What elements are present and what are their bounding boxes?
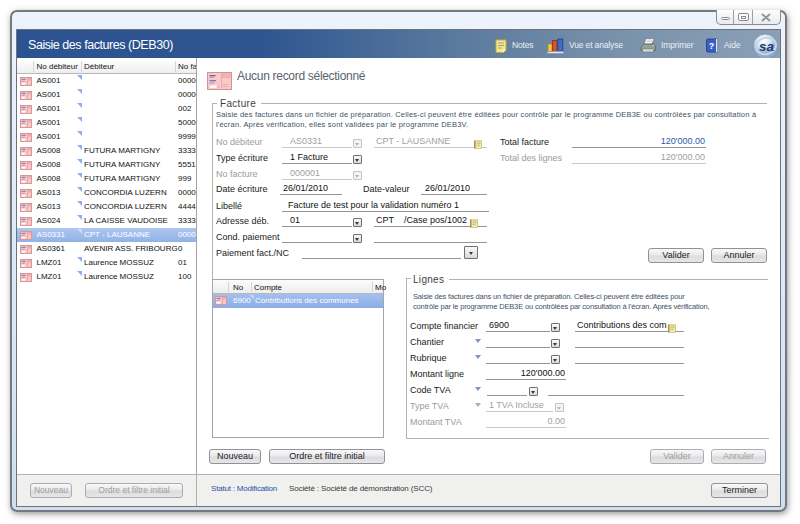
svg-text:sa: sa (759, 39, 775, 54)
svg-text:?: ? (709, 41, 714, 51)
